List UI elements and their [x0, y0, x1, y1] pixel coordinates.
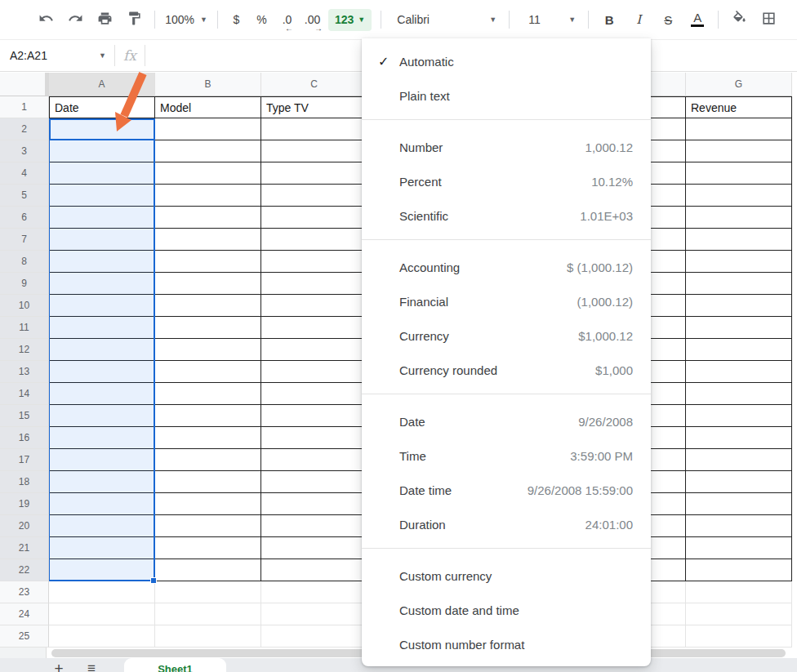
cell-g12[interactable]	[686, 339, 792, 361]
row-header-7[interactable]: 7	[0, 229, 49, 251]
row-header-16[interactable]: 16	[0, 427, 49, 449]
text-color-button[interactable]: A	[683, 7, 712, 32]
cell-b11[interactable]	[155, 317, 261, 339]
row-header-6[interactable]: 6	[0, 207, 49, 229]
cell-b8[interactable]	[155, 251, 261, 273]
cell-a5[interactable]	[49, 185, 155, 207]
menu-item-custom-currency[interactable]: Custom currency	[362, 559, 651, 593]
cell-g10[interactable]	[686, 295, 792, 317]
cell-a19[interactable]	[49, 493, 155, 515]
cell-a11[interactable]	[49, 317, 155, 339]
cell-g17[interactable]	[686, 449, 792, 471]
column-header-b[interactable]: B	[155, 73, 261, 96]
cell-c15[interactable]	[261, 405, 367, 427]
menu-item-financial[interactable]: Financial(1,000.12)	[362, 284, 651, 318]
cell-b25[interactable]	[155, 625, 261, 648]
menu-item-date-time[interactable]: Date time9/26/2008 15:59:00	[362, 473, 651, 507]
cell-g23[interactable]	[686, 581, 792, 603]
cell-g2[interactable]	[686, 118, 792, 140]
cell-a22[interactable]	[49, 559, 155, 581]
cell-c17[interactable]	[261, 449, 367, 471]
cell-a10[interactable]	[49, 295, 155, 317]
add-sheet-button[interactable]: +	[47, 660, 70, 672]
cell-a20[interactable]	[49, 515, 155, 537]
menu-item-time[interactable]: Time3:59:00 PM	[362, 438, 651, 473]
cell-b16[interactable]	[155, 427, 261, 449]
row-header-9[interactable]: 9	[0, 273, 49, 295]
cell-c4[interactable]	[261, 162, 367, 185]
cell-g13[interactable]	[686, 361, 792, 383]
cell-c23[interactable]	[261, 581, 367, 603]
menu-item-duration[interactable]: Duration24:01:00	[362, 507, 651, 541]
cell-b23[interactable]	[155, 581, 261, 603]
cell-c20[interactable]	[261, 515, 367, 537]
cell-a25[interactable]	[49, 625, 155, 648]
cell-a13[interactable]	[49, 361, 155, 383]
row-header-23[interactable]: 23	[0, 581, 49, 603]
row-header-14[interactable]: 14	[0, 383, 49, 405]
cell-g4[interactable]	[686, 162, 792, 185]
cell-c13[interactable]	[261, 361, 367, 383]
row-header-18[interactable]: 18	[0, 471, 49, 493]
row-header-22[interactable]: 22	[0, 559, 49, 581]
cell-c22[interactable]	[261, 559, 367, 581]
cell-c18[interactable]	[261, 471, 367, 493]
cell-g8[interactable]	[686, 251, 792, 273]
cell-a21[interactable]	[49, 537, 155, 559]
font-family-select[interactable]: Calibri ▼	[387, 7, 503, 32]
cell-b12[interactable]	[155, 339, 261, 361]
row-header-12[interactable]: 12	[0, 339, 49, 361]
cell-c21[interactable]	[261, 537, 367, 559]
cell-c1[interactable]: Type TV	[261, 96, 367, 118]
fill-color-button[interactable]	[724, 7, 754, 32]
row-header-4[interactable]: 4	[0, 162, 49, 185]
cell-c19[interactable]	[261, 493, 367, 515]
cell-a7[interactable]	[49, 229, 155, 251]
undo-button[interactable]	[31, 7, 60, 32]
cell-b20[interactable]	[155, 515, 261, 537]
cell-b4[interactable]	[155, 162, 261, 185]
sheet-tab-active[interactable]: Sheet1	[124, 658, 226, 672]
cell-g25[interactable]	[686, 625, 792, 648]
cell-c8[interactable]	[261, 251, 367, 273]
row-header-8[interactable]: 8	[0, 251, 49, 273]
cell-b17[interactable]	[155, 449, 261, 471]
column-header-c[interactable]: C	[261, 73, 367, 96]
cell-b7[interactable]	[155, 229, 261, 251]
cell-b6[interactable]	[155, 207, 261, 229]
cell-c2[interactable]	[261, 118, 367, 140]
select-all-corner[interactable]	[0, 73, 49, 96]
cell-c25[interactable]	[261, 625, 367, 648]
cell-b21[interactable]	[155, 537, 261, 559]
menu-item-number[interactable]: Number1,000.12	[362, 130, 651, 164]
cell-b10[interactable]	[155, 295, 261, 317]
row-header-3[interactable]: 3	[0, 140, 49, 162]
paint-format-button[interactable]	[119, 7, 149, 32]
cell-g18[interactable]	[686, 471, 792, 493]
cell-a12[interactable]	[49, 339, 155, 361]
cell-a3[interactable]	[49, 140, 155, 162]
row-header-15[interactable]: 15	[0, 405, 49, 427]
cell-b18[interactable]	[155, 471, 261, 493]
bold-button[interactable]: B	[594, 7, 624, 32]
cell-c5[interactable]	[261, 185, 367, 207]
cell-c9[interactable]	[261, 273, 367, 295]
menu-item-currency-rounded[interactable]: Currency rounded$1,000	[362, 353, 651, 387]
cell-c24[interactable]	[261, 603, 367, 625]
cell-b13[interactable]	[155, 361, 261, 383]
cell-a4[interactable]	[49, 162, 155, 185]
menu-item-scientific[interactable]: Scientific1.01E+03	[362, 198, 651, 233]
cell-g21[interactable]	[686, 537, 792, 559]
cell-b19[interactable]	[155, 493, 261, 515]
row-header-20[interactable]: 20	[0, 515, 49, 537]
row-header-19[interactable]: 19	[0, 493, 49, 515]
row-header-25[interactable]: 25	[0, 625, 49, 648]
cell-b2[interactable]	[155, 118, 261, 140]
row-header-2[interactable]: 2	[0, 118, 49, 140]
cell-g15[interactable]	[686, 405, 792, 427]
cell-g14[interactable]	[686, 383, 792, 405]
cell-a17[interactable]	[49, 449, 155, 471]
zoom-select[interactable]: 100% ▼	[161, 7, 211, 32]
cell-a9[interactable]	[49, 273, 155, 295]
cell-a6[interactable]	[49, 207, 155, 229]
